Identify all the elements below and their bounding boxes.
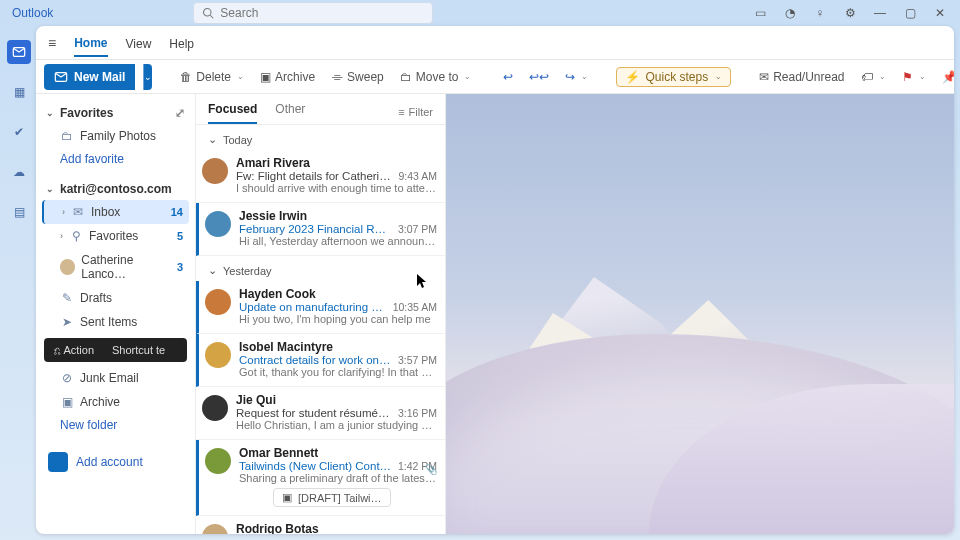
folder-favorites[interactable]: ›⚲Favorites 5 — [42, 224, 189, 248]
rail-cloud-icon[interactable]: ☁ — [7, 160, 31, 184]
app-window: ≡ Home View Help New Mail ⌄ 🗑Delete⌄ ▣Ar… — [36, 26, 954, 534]
close-icon[interactable]: ✕ — [932, 5, 948, 21]
forward-button[interactable]: ↪⌄ — [561, 70, 592, 84]
message-preview: Hi all, Yesterday afternoon we announced… — [239, 235, 437, 247]
message-item[interactable]: Hayden Cook Update on manufacturing plan… — [196, 281, 445, 334]
folder-inbox[interactable]: ›✉Inbox 14 — [42, 200, 189, 224]
tab-other[interactable]: Other — [275, 102, 305, 124]
message-item[interactable]: Omar Bennett📎 Tailwinds (New Client) Con… — [196, 440, 445, 516]
account-header[interactable]: ⌄ katri@contoso.com — [42, 178, 189, 200]
rail-people-icon[interactable]: ✔ — [7, 120, 31, 144]
message-sender: Jessie Irwin — [239, 209, 307, 223]
add-favorite-link[interactable]: Add favorite — [42, 148, 189, 170]
folder-drafts[interactable]: ✎Drafts — [42, 286, 189, 310]
message-preview: Hi you two, I'm hoping you can help me — [239, 313, 437, 325]
message-time: 3:57 PM — [392, 354, 437, 366]
tag-button[interactable]: 🏷⌄ — [857, 70, 890, 84]
search-icon — [202, 7, 214, 19]
attachment-icon: 📎 — [425, 464, 437, 475]
app-rail: ▦ ✔ ☁ ▤ — [4, 26, 34, 224]
message-item[interactable]: Amari Rivera Fw: Flight details for Cath… — [196, 150, 445, 203]
favorites-header[interactable]: ⌄ Favorites ⤢ — [42, 102, 189, 124]
filter-button[interactable]: ≡Filter — [398, 106, 433, 124]
person-icon — [48, 452, 68, 472]
sweep-button[interactable]: ⌯Sweep — [327, 70, 388, 84]
reply-all-button[interactable]: ↩↩ — [525, 70, 553, 84]
new-mail-label: New Mail — [74, 70, 125, 84]
group-today[interactable]: ⌄Today — [196, 125, 445, 150]
folder-junk[interactable]: ⊘Junk Email — [42, 366, 189, 390]
rail-apps-icon[interactable]: ▤ — [7, 200, 31, 224]
tab-home[interactable]: Home — [74, 29, 107, 57]
folder-archive[interactable]: ▣Archive — [42, 390, 189, 414]
tab-view[interactable]: View — [126, 30, 152, 56]
minimize-icon[interactable]: — — [872, 5, 888, 21]
flag-button[interactable]: ⚑⌄ — [898, 70, 930, 84]
read-unread-button[interactable]: ✉Read/Unread — [755, 70, 848, 84]
command-tabs: ≡ Home View Help — [36, 26, 954, 60]
new-folder-link[interactable]: New folder — [42, 414, 189, 436]
message-sender: Omar Bennett — [239, 446, 318, 460]
pin-button[interactable]: 📌 — [938, 70, 954, 84]
message-preview: Hello Christian, I am a junior studying … — [236, 419, 437, 431]
maximize-icon[interactable]: ▢ — [902, 5, 918, 21]
search-box[interactable]: Search — [193, 2, 433, 24]
message-sender: Rodrigo Botas — [236, 522, 319, 534]
message-subject: Contract details for work on… (3) — [239, 354, 392, 366]
draft-icon: ✎ — [60, 291, 74, 305]
folder-move-icon: 🗀 — [400, 70, 412, 84]
move-to-button[interactable]: 🗀Move to⌄ — [396, 70, 476, 84]
folder-family-photos[interactable]: 🗀Family Photos — [42, 124, 189, 148]
pin-icon: 📌 — [942, 70, 954, 84]
gear-icon[interactable]: ⚙ — [842, 5, 858, 21]
message-time: 9:43 AM — [392, 170, 437, 182]
chevron-down-icon: ⌄ — [237, 72, 244, 81]
quick-steps-button[interactable]: ⚡Quick steps⌄ — [616, 67, 731, 87]
message-scroll[interactable]: ⌄Today Amari Rivera Fw: Flight details f… — [196, 125, 445, 534]
inbox-icon: ✉ — [71, 205, 85, 219]
sweep-icon: ⌯ — [331, 70, 343, 84]
hamburger-icon[interactable]: ≡ — [48, 35, 56, 51]
panel-icon[interactable]: ▭ — [752, 5, 768, 21]
new-mail-split[interactable]: ⌄ — [143, 64, 152, 90]
bell-icon[interactable]: ◔ — [782, 5, 798, 21]
new-mail-button[interactable]: New Mail — [44, 64, 135, 90]
folder-catherine[interactable]: Catherine Lanco… 3 — [42, 248, 189, 286]
message-item[interactable]: Isobel Macintyre Contract details for wo… — [196, 334, 445, 387]
add-account-button[interactable]: Add account — [42, 448, 189, 476]
message-sender: Jie Qui — [236, 393, 276, 407]
action-icon: ⎌ — [54, 344, 61, 356]
folder-sent[interactable]: ➤Sent Items — [42, 310, 189, 334]
tab-help[interactable]: Help — [169, 30, 194, 56]
avatar — [202, 395, 228, 421]
message-time: 3:16 PM — [392, 407, 437, 419]
expand-icon[interactable]: ⤢ — [175, 106, 185, 120]
archive-icon: ▣ — [260, 70, 271, 84]
message-time: 10:35 AM — [387, 301, 437, 313]
rail-calendar-icon[interactable]: ▦ — [7, 80, 31, 104]
folder-pane: ⌄ Favorites ⤢ 🗀Family Photos Add favorit… — [36, 94, 196, 534]
draft-chip[interactable]: ▣[DRAFT] Tailwi… — [273, 488, 391, 507]
rail-mail-icon[interactable] — [7, 40, 31, 64]
reply-button[interactable]: ↩ — [499, 70, 517, 84]
window-controls: ▭ ◔ ♀ ⚙ — ▢ ✕ — [752, 5, 948, 21]
message-subject: February 2023 Financial Results — [239, 223, 392, 235]
trash-icon: 🗑 — [180, 70, 192, 84]
tab-focused[interactable]: Focused — [208, 102, 257, 124]
reading-pane — [446, 94, 954, 534]
delete-button[interactable]: 🗑Delete⌄ — [176, 70, 248, 84]
group-yesterday[interactable]: ⌄Yesterday — [196, 256, 445, 281]
message-preview: Sharing a preliminary draft of the lates… — [239, 472, 437, 484]
mail-open-icon: ✉ — [759, 70, 769, 84]
message-item[interactable]: Jie Qui Request for student résumé revie… — [196, 387, 445, 440]
message-subject: Tailwinds (New Client) Contr… (6) — [239, 460, 392, 472]
message-preview: Got it, thank you for clarifying! In tha… — [239, 366, 437, 378]
filter-icon: ≡ — [398, 106, 404, 118]
lightbulb-icon[interactable]: ♀ — [812, 5, 828, 21]
archive-button[interactable]: ▣Archive — [256, 70, 319, 84]
message-item[interactable]: Rodrigo Botas Final PTA Meeting!11:33 AM — [196, 516, 445, 534]
flag-icon: ⚑ — [902, 70, 913, 84]
message-item[interactable]: Jessie Irwin February 2023 Financial Res… — [196, 203, 445, 256]
main-area: ⌄ Favorites ⤢ 🗀Family Photos Add favorit… — [36, 94, 954, 534]
avatar — [205, 342, 231, 368]
